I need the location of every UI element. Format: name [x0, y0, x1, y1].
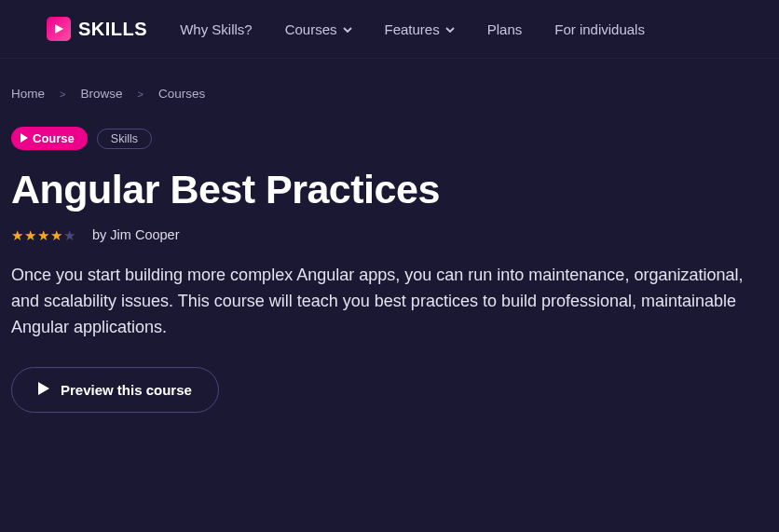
header: SKILLS Why Skills? Courses Features Plan…	[0, 0, 779, 59]
preview-course-button[interactable]: Preview this course	[11, 367, 219, 413]
breadcrumb-browse[interactable]: Browse	[80, 87, 122, 101]
play-icon	[20, 131, 28, 145]
star-icon: ★	[24, 228, 36, 242]
rating-stars: ★ ★ ★ ★ ★	[11, 228, 75, 242]
preview-button-label: Preview this course	[61, 382, 192, 398]
nav-courses[interactable]: Courses	[285, 21, 352, 37]
star-icon: ★	[37, 228, 49, 242]
nav-plans[interactable]: Plans	[487, 21, 523, 37]
course-meta: ★ ★ ★ ★ ★ by Jim Cooper	[11, 227, 768, 242]
nav-label: Plans	[487, 21, 523, 37]
author-prefix: by	[92, 227, 106, 242]
star-icon: ★	[63, 228, 75, 242]
breadcrumb-home[interactable]: Home	[11, 87, 45, 101]
course-description: Once you start building more complex Ang…	[11, 263, 757, 341]
nav-individuals[interactable]: For individuals	[554, 21, 645, 37]
svg-marker-2	[38, 382, 49, 395]
chevron-down-icon	[343, 21, 352, 37]
svg-marker-1	[20, 133, 28, 143]
breadcrumb-courses[interactable]: Courses	[158, 87, 205, 101]
nav-why-skills[interactable]: Why Skills?	[180, 21, 253, 37]
badge-skills: Skills	[97, 129, 152, 149]
star-icon: ★	[50, 228, 62, 242]
breadcrumb-separator: >	[60, 89, 65, 100]
badge-course-label: Course	[33, 131, 75, 145]
course-content: Course Skills Angular Best Practices ★ ★…	[0, 101, 779, 413]
page-title: Angular Best Practices	[11, 167, 768, 212]
svg-marker-0	[55, 24, 63, 34]
nav-label: For individuals	[554, 21, 645, 37]
author-name: Jim Cooper	[110, 227, 179, 242]
nav-label: Courses	[285, 21, 337, 37]
badge-course: Course	[11, 127, 88, 150]
badge-row: Course Skills	[11, 127, 768, 150]
breadcrumb-separator: >	[137, 89, 143, 100]
course-author: by Jim Cooper	[92, 227, 180, 242]
play-icon	[47, 17, 71, 41]
nav-features[interactable]: Features	[385, 21, 455, 37]
logo-text: SKILLS	[78, 19, 147, 40]
play-icon	[38, 382, 49, 398]
star-icon: ★	[11, 228, 23, 242]
logo[interactable]: SKILLS	[47, 17, 147, 41]
nav-label: Features	[385, 21, 440, 37]
badge-skills-label: Skills	[111, 132, 138, 145]
breadcrumb: Home > Browse > Courses	[0, 59, 779, 101]
main-nav: Why Skills? Courses Features Plans For i…	[180, 21, 645, 37]
nav-label: Why Skills?	[180, 21, 253, 37]
chevron-down-icon	[445, 21, 455, 37]
